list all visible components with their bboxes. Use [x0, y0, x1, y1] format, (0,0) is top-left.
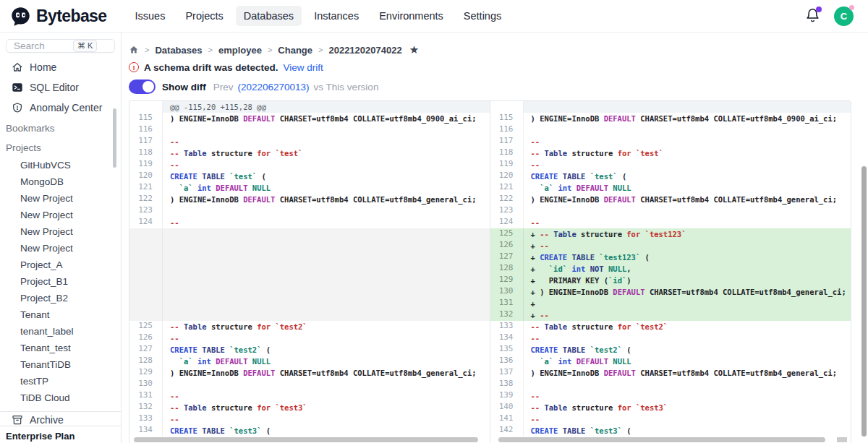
breadcrumb-item-change[interactable]: Change: [278, 45, 312, 56]
nav-item-projects[interactable]: Projects: [177, 6, 231, 26]
nav-item-databases[interactable]: Databases: [236, 6, 302, 26]
sidebar-item-label: Anomaly Center: [30, 102, 102, 113]
line-code: CREATE TABLE `test` (: [524, 171, 851, 182]
sidebar-item-label: SQL Editor: [30, 82, 79, 93]
left-pane-horizontal-scrollbar[interactable]: [134, 437, 478, 442]
project-item-new-project[interactable]: New Project: [0, 207, 121, 223]
nav-item-instances[interactable]: Instances: [306, 6, 367, 26]
nav-item-environments[interactable]: Environments: [371, 6, 451, 26]
line-code: `a` int DEFAULT NULL: [163, 182, 490, 194]
line-code: -- Table structure for `test3`: [163, 402, 490, 413]
plan-label: Enterprise Plan: [6, 431, 75, 442]
projects-section-label: Projects: [0, 137, 121, 157]
search-input[interactable]: [12, 40, 73, 52]
breadcrumb-separator: >: [145, 46, 149, 54]
line-code: CREATE TABLE `test2` (: [163, 344, 490, 356]
search-box[interactable]: ⌘ K: [6, 39, 115, 53]
project-item-githubvcs[interactable]: GitHubVCS: [0, 157, 121, 173]
breadcrumb-item-employee[interactable]: employee: [218, 45, 262, 56]
diff-line-right-137: 137) ENGINE=InnoDB DEFAULT CHARSET=utf8m…: [490, 367, 851, 379]
avatar[interactable]: C: [834, 7, 854, 26]
sidebar-item-anomaly-center[interactable]: Anomaly Center: [0, 98, 121, 118]
diff-pane-current: 115) ENGINE=InnoDB DEFAULT CHARSET=utf8m…: [490, 101, 851, 443]
project-item-new-project[interactable]: New Project: [0, 240, 121, 257]
sidebar-scrollbar[interactable]: [113, 108, 116, 168]
right-pane-horizontal-scrollbar[interactable]: [498, 437, 825, 442]
nav-item-settings[interactable]: Settings: [456, 6, 509, 26]
line-code: ) ENGINE=InnoDB DEFAULT CHARSET=utf8mb4 …: [163, 113, 490, 124]
sidebar-item-label: Home: [30, 61, 56, 73]
nav-items: IssuesProjectsDatabasesInstancesEnvironm…: [127, 6, 509, 26]
brand-name: Bytebase: [36, 7, 106, 26]
line-code: ) ENGINE=InnoDB DEFAULT CHARSET=utf8mb4 …: [524, 367, 851, 379]
line-number: 124: [490, 217, 524, 228]
line-number: 139: [490, 390, 524, 402]
top-navbar: Bytebase IssuesProjectsDatabasesInstance…: [0, 0, 868, 33]
page-vertical-scrollbar[interactable]: [861, 166, 867, 436]
line-code: `a` int DEFAULT NULL: [163, 356, 490, 367]
diff-line-left-123: 123: [129, 205, 490, 217]
line-number: 129: [129, 367, 163, 379]
star-icon[interactable]: ★: [409, 43, 419, 56]
line-code: [163, 379, 490, 390]
vs-this-version-label: vs This version: [314, 82, 379, 93]
warning-icon: !: [129, 62, 139, 72]
diff-line-right-138: 138: [490, 379, 851, 390]
diff-line-left-119: 119--: [129, 159, 490, 171]
line-number: 137: [490, 367, 524, 379]
project-item-tidb-cloud[interactable]: TiDB Cloud: [0, 390, 121, 406]
line-code: + --: [524, 240, 851, 251]
line-number: 130: [129, 379, 163, 390]
show-diff-toggle[interactable]: [129, 79, 156, 94]
line-number: 118: [129, 147, 163, 159]
view-drift-link[interactable]: View drift: [284, 62, 323, 73]
diff-hunk-header: @@ -115,20 +115,28 @@: [129, 101, 490, 113]
sidebar-item-sql-editor[interactable]: SQL Editor: [0, 77, 121, 98]
bytebase-logo[interactable]: Bytebase: [10, 6, 106, 27]
line-code: + -- Table structure for `test123`: [524, 228, 851, 240]
line-number: 130: [490, 286, 524, 298]
diff-added-line-right-132: 132+ --: [490, 309, 851, 321]
sidebar-item-archive[interactable]: Archive: [0, 414, 121, 426]
project-item-project-b2[interactable]: Project_B2: [0, 290, 121, 306]
line-code: `a` int DEFAULT NULL: [524, 182, 851, 194]
diff-line-left-131: 131--: [129, 390, 490, 402]
project-item-testtp[interactable]: testTP: [0, 373, 121, 390]
notifications-button[interactable]: [805, 8, 821, 24]
plan-footer[interactable]: Enterprise Plan: [0, 426, 121, 443]
line-number: 117: [129, 136, 163, 147]
breadcrumb-item-databases[interactable]: Databases: [155, 45, 202, 56]
bookmarks-section-label: Bookmarks: [0, 118, 121, 137]
project-item-tenant-label[interactable]: tenant_label: [0, 323, 121, 340]
nav-item-issues[interactable]: Issues: [127, 6, 173, 26]
line-code: --: [163, 390, 490, 402]
sidebar-item-home[interactable]: Home: [0, 57, 121, 77]
line-number: 127: [129, 344, 163, 356]
line-number: 129: [490, 275, 524, 286]
archive-label: Archive: [30, 414, 64, 426]
diff-line-left-132: 132-- Table structure for `test3`: [129, 402, 490, 413]
project-item-tenant[interactable]: Tenant: [0, 306, 121, 323]
line-number: 133: [129, 413, 163, 425]
project-item-tenant-test[interactable]: Tenant_test: [0, 340, 121, 356]
line-number: 141: [490, 413, 524, 425]
diff-line-left-126: 126--: [129, 332, 490, 344]
line-code: -- Table structure for `test2`: [524, 321, 851, 332]
project-item-mongodb[interactable]: MongoDB: [0, 173, 121, 190]
project-item-new-project[interactable]: New Project: [0, 223, 121, 240]
breadcrumb-home-icon[interactable]: [129, 45, 139, 55]
diff-line-right-123: 123: [490, 205, 851, 217]
project-item-tenanttidb[interactable]: TenantTiDB: [0, 356, 121, 373]
search-shortcut-kbd: ⌘ K: [73, 40, 97, 52]
scrollbar-corner[interactable]: [837, 437, 847, 442]
project-item-new-project[interactable]: New Project: [0, 190, 121, 207]
project-item-project-b1[interactable]: Project_B1: [0, 273, 121, 290]
line-code: ) ENGINE=InnoDB DEFAULT CHARSET=utf8mb4 …: [163, 367, 490, 379]
breadcrumb-item-20221202074022[interactable]: 20221202074022: [328, 45, 401, 56]
diff-line-right-124: 124--: [490, 217, 851, 228]
prev-version-link[interactable]: (202206270013): [238, 82, 310, 93]
line-number: 120: [129, 171, 163, 182]
project-item-project-a[interactable]: Project_A: [0, 257, 121, 273]
diff-line-right-119: 119--: [490, 159, 851, 171]
line-code: --: [163, 332, 490, 344]
